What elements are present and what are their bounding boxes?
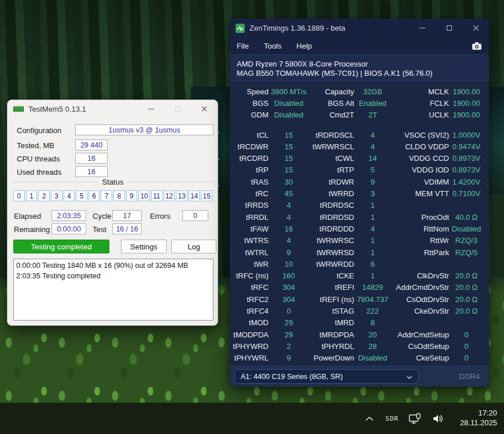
zentimings-window-controls: [409, 19, 489, 38]
camera-icon: [472, 42, 482, 50]
timing-value: 4: [268, 213, 309, 222]
testmem5-titlebar[interactable]: TestMem5 0.13.1: [8, 100, 218, 117]
zentimings-window: ZenTimings 1.36.1889 - beta File Tools H…: [230, 19, 489, 387]
zentimings-menubar: File Tools Help: [230, 38, 489, 55]
minimize-button[interactable]: [409, 19, 436, 38]
zentimings-app-icon: [236, 24, 245, 33]
timing-label: tCKE: [309, 271, 354, 280]
timing-label: tRAS: [231, 178, 268, 186]
timing-label: tRDWR: [309, 178, 354, 186]
status-groupbox-header: Status: [13, 178, 212, 186]
timing-value: 0: [449, 330, 484, 339]
sdr-indicator: SDR: [385, 415, 399, 422]
timing-label: RttWr: [391, 236, 449, 245]
volume-tray-button[interactable]: [431, 410, 445, 426]
taskbar: SDR 17:20 28.11.2025: [0, 403, 504, 434]
status-cell: 0: [13, 190, 25, 201]
menu-file[interactable]: File: [237, 42, 249, 50]
timing-value: 1900.00: [449, 87, 484, 96]
errors-label: Errors: [150, 212, 170, 220]
timing-value: 9: [268, 354, 309, 362]
testmem5-window-controls: [138, 100, 218, 117]
timing-label: tWRWRSC: [309, 236, 354, 245]
timing-label: Cmd2T: [309, 111, 354, 119]
dimm-select-value: A1: 4400 C19 Series (8GB, SR): [241, 373, 343, 381]
timing-value: 2: [268, 342, 309, 351]
timing-label: tRFC2: [231, 295, 268, 304]
used-threads-field: 16: [75, 166, 108, 177]
timing-value: 20.0 Ω: [449, 307, 484, 315]
timing-value: 0.7100V: [449, 189, 484, 198]
minimize-button[interactable]: [138, 100, 164, 117]
status-cell: 3: [51, 190, 62, 201]
testing-status-button[interactable]: Testing completed: [13, 240, 109, 253]
timing-value: 5: [354, 165, 391, 174]
status-group-label: Status: [102, 178, 124, 186]
timing-label: tFAW: [231, 225, 268, 233]
memory-type-label: DDR4: [459, 372, 480, 381]
timing-label: tRDRDDD: [309, 225, 354, 233]
timing-value: 15: [268, 165, 309, 174]
status-cell: 10: [138, 190, 150, 201]
timing-label: tRP: [231, 165, 268, 174]
timing-value: 28: [354, 342, 391, 351]
timing-label: Capacity: [309, 87, 354, 96]
timing-value: 30: [268, 178, 309, 186]
timing-label: tPHYWRL: [231, 354, 268, 362]
timing-value: RZQ/3: [449, 236, 484, 245]
close-button[interactable]: [462, 19, 489, 38]
timing-value: 1: [354, 248, 391, 257]
zentimings-title: ZenTimings 1.36.1889 - beta: [249, 24, 345, 32]
status-cell: 1: [26, 190, 38, 201]
timing-label: AddrCmdDrvStr: [391, 283, 449, 292]
screenshot-button[interactable]: [472, 42, 482, 50]
log-button[interactable]: Log: [171, 240, 216, 253]
status-cell: 11: [151, 190, 163, 201]
network-tray-button[interactable]: [408, 410, 422, 426]
system-info-header: AMD Ryzen 7 5800X 8-Core Processor MAG B…: [230, 55, 489, 82]
timing-label: tRRDS: [231, 201, 268, 209]
timing-value: Disabled: [354, 354, 391, 362]
timing-label: VDIMM: [391, 178, 449, 186]
timing-label: CsOdtSetup: [391, 342, 449, 351]
timing-label: tREFI (ns): [309, 295, 354, 304]
timing-value: Enabled: [354, 99, 391, 108]
timing-label: tSTAG: [309, 307, 354, 315]
close-button[interactable]: [191, 100, 218, 117]
timing-value: 9: [354, 178, 391, 186]
timing-label: tRTP: [309, 165, 354, 174]
zt-config-grid: Speed3800 MT/sCapacity32GBMCLK1900.00BGS…: [230, 86, 489, 121]
menu-tools[interactable]: Tools: [264, 42, 281, 50]
dimm-select-dropdown[interactable]: A1: 4400 C19 Series (8GB, SR): [234, 369, 418, 384]
timing-value: 4: [354, 225, 391, 233]
timing-value: 4: [354, 131, 391, 139]
status-cell: 2: [38, 190, 50, 201]
tray-chevron-button[interactable]: [362, 410, 376, 426]
status-cell: 12: [164, 190, 175, 201]
status-cell: 14: [189, 190, 200, 201]
tested-mb-field: 29 440: [75, 139, 108, 150]
timing-value: 14: [354, 154, 391, 163]
timing-value: 4: [354, 142, 391, 151]
timing-value: Disabled: [449, 225, 484, 233]
log-line: 2:03:35 Testing completed: [16, 271, 211, 281]
status-cell: 4: [64, 190, 75, 201]
timing-value: RZQ/5: [449, 248, 484, 257]
timing-value: 1: [354, 236, 391, 245]
maximize-button[interactable]: [436, 19, 462, 38]
timing-value: 222: [354, 307, 391, 315]
remaining-label: Remaining: [14, 225, 50, 234]
timing-label: FCLK: [391, 99, 449, 108]
menu-help[interactable]: Help: [296, 42, 312, 50]
timing-label: tMRD: [309, 318, 354, 327]
timing-label: tRDRDSCL: [309, 131, 354, 139]
taskbar-clock[interactable]: 17:20 28.11.2025: [460, 409, 497, 428]
zentimings-titlebar[interactable]: ZenTimings 1.36.1889 - beta: [230, 19, 489, 38]
timing-value: 0: [449, 342, 484, 351]
timing-label: VDDG CCD: [391, 154, 449, 163]
tm5-log[interactable]: 0:00:00 Testing 1840 MB x 16 (90%) out o…: [13, 259, 214, 321]
timing-value: 0.9474V: [449, 142, 484, 151]
timing-label: tPHYRDL: [309, 342, 354, 351]
desktop: TestMem5 0.13.1 Configuration 1usmus v3 …: [0, 0, 504, 434]
settings-button[interactable]: Settings: [121, 240, 167, 253]
